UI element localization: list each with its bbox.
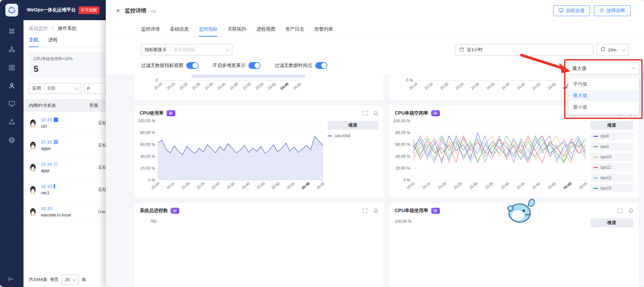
metric-summary-card[interactable]: CPU单核使用率>10% 5 [29, 52, 106, 78]
calendar-icon [459, 47, 464, 53]
chart-card-header: CPU使用率 AI [134, 106, 383, 116]
host-process-tabs: 主机 进程 [24, 32, 106, 47]
alarm-bell-icon[interactable] [373, 111, 378, 116]
diagnosis-icon [599, 8, 604, 14]
chart-actions [618, 208, 633, 213]
host-ip-link[interactable]: 10.10. [41, 117, 53, 122]
legend-header: 维度 [590, 218, 633, 227]
column-org[interactable]: 所属 [89, 102, 98, 109]
toggle-switch[interactable] [248, 62, 261, 69]
legend-item[interactable]: cpu-total [328, 132, 378, 139]
user-monitor-icon[interactable] [8, 82, 15, 89]
host-row[interactable]: 10.10.ctrl蓝鲸 [24, 112, 106, 134]
cluster-icon[interactable] [8, 118, 15, 126]
page-size-select[interactable]: 20 [61, 275, 79, 285]
host-row[interactable]: 10.10.rac1蓝鲸 [24, 178, 106, 201]
drawer-tab[interactable]: 告警列表 [314, 22, 333, 37]
linux-os-icon [28, 207, 38, 216]
partial-filter-select[interactable]: P [84, 83, 106, 94]
ai-badge[interactable]: AI [431, 110, 440, 116]
x-axis-label: 15:45 [256, 181, 265, 190]
metric-select-placeholder: 请选择指标 [174, 47, 223, 53]
close-icon[interactable]: × [116, 7, 120, 14]
legend-item[interactable]: cpu12 [590, 174, 633, 182]
ai-badge[interactable]: AI [167, 110, 175, 116]
x-axis-label: 15:55 [286, 181, 295, 190]
x-axis-label: 15:10 [153, 82, 163, 90]
alarm-bell-icon[interactable] [373, 208, 378, 213]
dropdown-option[interactable]: 最小值 [568, 101, 639, 113]
ai-badge[interactable]: AI [431, 208, 440, 214]
host-name: rac1 [41, 190, 98, 195]
refresh-interval-select[interactable]: 10m [597, 44, 629, 56]
toggle-switch[interactable] [186, 62, 198, 69]
drawer-tab[interactable]: 基础信息 [170, 22, 189, 37]
legend-item[interactable]: cpu13 [590, 184, 633, 192]
ai-badge[interactable]: AI [171, 208, 179, 214]
time-range-input[interactable]: 近1小时 [455, 44, 593, 55]
drawer-tab[interactable]: 资产日志 [285, 22, 304, 37]
legend-item[interactable]: cpu11 [590, 163, 633, 171]
fault-diagnosis-button[interactable]: 故障诊断 [594, 5, 631, 16]
x-axis-label: 15:40 [500, 181, 510, 190]
column-ip[interactable]: 内网IP/主机名 [24, 102, 89, 109]
x-axis-label: 15:55 [547, 82, 557, 90]
fullscreen-icon[interactable] [618, 208, 623, 213]
host-row[interactable]: 10.10.easzlab.io.localDav [24, 201, 106, 223]
x-axis-label: 15:50 [271, 181, 280, 190]
topology-icon[interactable] [8, 46, 15, 53]
legend-dash [593, 146, 598, 147]
drawer-tab[interactable]: 关联拓扑 [228, 22, 246, 37]
metric-value: 5 [34, 64, 101, 74]
dashboard-icon[interactable] [8, 28, 15, 35]
toggle-switch[interactable] [315, 62, 327, 69]
host-filters: 应用 全部 P [29, 83, 106, 94]
tab-host[interactable]: 主机 [29, 37, 38, 47]
legend-item[interactable]: cpu1 [590, 142, 633, 151]
x-axis-label: 15:45 [516, 82, 526, 90]
host-row[interactable]: 10.10.appt蓝鲸 [24, 156, 106, 178]
x-axis-label: 15:30 [470, 82, 480, 90]
globe-icon[interactable] [8, 136, 15, 144]
host-ip-link[interactable]: 10.10. [41, 162, 53, 167]
app-sidebar [0, 0, 24, 287]
y-axis-label: 0 % [398, 78, 413, 83]
host-org: 蓝鲸 [98, 164, 106, 170]
breadcrumb-section[interactable]: 基础监控 [29, 26, 48, 31]
apps-grid-icon[interactable] [8, 64, 15, 71]
dropdown-option[interactable]: 平均值 [568, 79, 639, 90]
dropdown-option[interactable]: 最大值 [568, 90, 639, 101]
drawer-tab[interactable]: 监控详情 [141, 22, 160, 37]
fullscreen-icon[interactable] [363, 111, 367, 116]
legend-item[interactable]: cpu10 [590, 153, 633, 161]
metric-display-select[interactable]: 指标图显示 请选择指标 [141, 44, 232, 55]
remote-connect-button[interactable]: 远程连接 [553, 5, 590, 16]
x-axis-label: 15:10 [408, 82, 418, 90]
license-alert-badge[interactable]: 许可提醒 [79, 6, 99, 14]
legend-item[interactable]: cpu0 [590, 132, 633, 140]
drawer-tab[interactable]: 监控指标 [199, 22, 218, 37]
chevron-down-icon [73, 277, 76, 281]
host-ip-link[interactable]: 10.10. [41, 206, 53, 211]
chart-bar-remnant [191, 75, 306, 78]
charts-area[interactable]: 0 15:1015:1515:2015:2515:3015:3515:4015:… [106, 75, 644, 287]
app-title: WeOps一体化运维平台 [27, 7, 76, 13]
fullscreen-icon[interactable] [363, 208, 367, 213]
alarm-bell-icon[interactable] [629, 208, 633, 213]
weops-logo-icon[interactable] [5, 4, 18, 16]
drawer-tab[interactable]: 进程视图 [257, 22, 275, 37]
assistant-whale-mascot[interactable] [506, 196, 536, 226]
statistic-select[interactable]: 最大值 [568, 63, 639, 75]
y-axis-label: 100.00 % [138, 119, 155, 123]
drawer-tab-bar: 监控详情基础信息监控指标关联拓扑进程视图资产日志告警列表 [106, 22, 644, 37]
tab-process[interactable]: 进程 [48, 37, 58, 47]
x-axis-label: 15:20 [439, 82, 449, 90]
host-ip-link[interactable]: 10.10. [41, 139, 53, 145]
host-ip-link[interactable]: 10.10. [41, 184, 53, 189]
screen-icon[interactable] [8, 100, 15, 108]
pagination-unit: 条 [82, 277, 86, 283]
sidebar-collapse-icon[interactable] [8, 277, 14, 283]
x-axis-label: 15:40 [229, 82, 239, 90]
app-filter-select[interactable]: 应用 全部 [29, 83, 81, 94]
host-row[interactable]: 10.10.appo蓝鲸 [24, 134, 106, 156]
